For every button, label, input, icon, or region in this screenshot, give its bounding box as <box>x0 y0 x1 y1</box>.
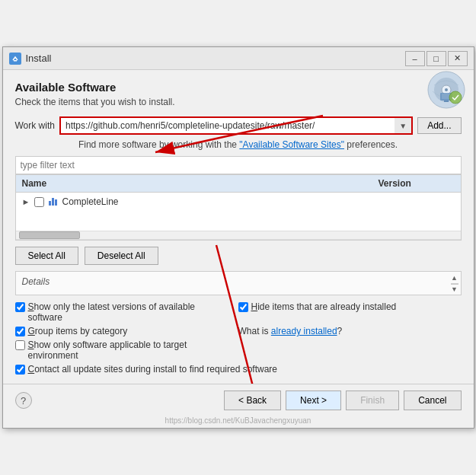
window-controls: – □ ✕ <box>405 51 468 66</box>
option-latest-versions: Show only the latest versions of availab… <box>15 301 226 323</box>
cd-icon <box>426 70 466 110</box>
svg-point-5 <box>445 88 448 91</box>
row-label: CompleteLine <box>62 196 119 207</box>
option-contact-update-sites-label: Contact all update sites during install … <box>28 364 278 375</box>
option-target-env-checkbox[interactable] <box>15 340 25 350</box>
row-expand-icon[interactable]: ► <box>22 197 33 206</box>
scroll-up-arrow[interactable]: ▲ <box>451 275 458 282</box>
section-title: Available Software <box>15 81 462 94</box>
url-input[interactable] <box>61 118 395 133</box>
window-title: Install <box>26 53 405 64</box>
available-software-sites-link[interactable]: "Available Software Sites" <box>239 139 344 150</box>
already-installed-link[interactable]: already installed <box>271 326 337 336</box>
deselect-all-button[interactable]: Deselect All <box>85 247 158 265</box>
select-all-button[interactable]: Select All <box>15 247 78 265</box>
option-group-category-label: Group items by category <box>28 326 128 336</box>
option-hide-installed-checkbox[interactable] <box>238 302 248 312</box>
scroll-down-arrow[interactable]: ▼ <box>451 286 458 293</box>
find-more-row: Find more software by working with the "… <box>15 139 462 150</box>
options-grid: Show only the latest versions of availab… <box>15 301 462 361</box>
option-contact-update-sites-checkbox[interactable] <box>15 365 25 375</box>
scrollbar-thumb[interactable] <box>19 231 80 239</box>
table-row[interactable]: ► CompleteLine <box>16 193 461 211</box>
option-latest-versions-checkbox[interactable] <box>15 302 25 312</box>
minimize-button[interactable]: – <box>405 51 425 66</box>
main-content: Available Software Check the items that … <box>3 70 474 384</box>
table-header: Name Version <box>16 175 461 193</box>
option-empty <box>238 340 449 361</box>
row-checkbox[interactable] <box>34 197 44 207</box>
svg-rect-1 <box>14 60 17 62</box>
section-subtitle: Check the items that you wish to install… <box>15 97 462 107</box>
svg-rect-7 <box>444 100 449 102</box>
finish-button[interactable]: Finish <box>346 391 399 410</box>
bar-chart-icon <box>49 198 57 206</box>
window-icon <box>9 53 21 65</box>
option-target-env-label: Show only software applicable to target … <box>28 340 226 361</box>
help-button[interactable]: ? <box>15 392 32 409</box>
work-with-row: Work with ▼ Add... <box>15 116 462 135</box>
col-version-header: Version <box>379 178 455 189</box>
work-with-label: Work with <box>15 120 55 131</box>
title-bar: Install – □ ✕ <box>3 47 474 70</box>
footer: ? < Back Next > Finish Cancel <box>3 384 474 416</box>
cancel-button[interactable]: Cancel <box>404 391 461 410</box>
option-contact-update-sites: Contact all update sites during install … <box>15 364 462 375</box>
details-title: Details <box>22 276 455 287</box>
table-body: ► CompleteLine <box>16 193 461 231</box>
svg-point-9 <box>449 91 462 104</box>
option-what-installed: What is already installed? <box>238 326 449 336</box>
next-button[interactable]: Next > <box>286 391 341 410</box>
software-table: Name Version ► CompleteLine <box>15 174 462 241</box>
option-latest-versions-label: Show only the latest versions of availab… <box>28 301 226 323</box>
url-input-container: ▼ <box>59 116 413 135</box>
row-icon <box>47 196 59 208</box>
option-group-category-checkbox[interactable] <box>15 327 25 336</box>
option-what-installed-text: What is already installed? <box>238 326 343 336</box>
option-hide-installed-label: Hide items that are already installed <box>251 301 397 312</box>
watermark: https://blog.csdn.net/KuBJavachengxuyuan <box>3 416 474 428</box>
filter-input[interactable] <box>15 156 462 174</box>
close-button[interactable]: ✕ <box>448 51 468 66</box>
option-target-env: Show only software applicable to target … <box>15 340 226 361</box>
scroll-track[interactable] <box>451 283 458 285</box>
add-button[interactable]: Add... <box>417 117 461 134</box>
col-name-header: Name <box>22 178 379 189</box>
option-group-category: Group items by category <box>15 326 226 336</box>
horizontal-scrollbar[interactable] <box>16 231 461 240</box>
back-button[interactable]: < Back <box>224 391 281 410</box>
details-section: Details ▲ ▼ <box>15 271 462 295</box>
details-scrollbar[interactable]: ▲ ▼ <box>450 275 459 292</box>
url-dropdown-button[interactable]: ▼ <box>395 118 411 133</box>
option-hide-installed: Hide items that are already installed <box>238 301 449 323</box>
maximize-button[interactable]: □ <box>426 51 446 66</box>
selection-buttons: Select All Deselect All <box>15 247 462 265</box>
